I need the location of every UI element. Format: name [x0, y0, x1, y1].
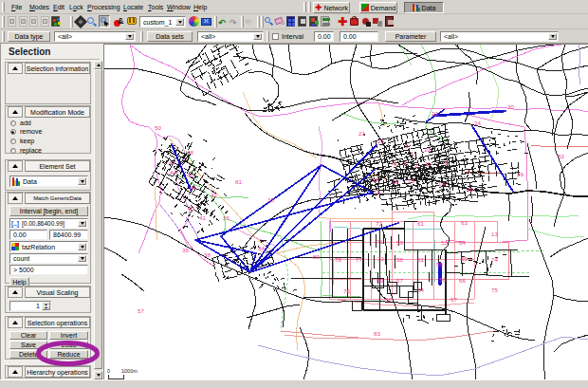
- svg-text:65: 65: [461, 255, 468, 262]
- svg-text:36: 36: [223, 214, 230, 221]
- svg-text:76: 76: [343, 287, 350, 294]
- svg-text:1000m: 1000m: [121, 368, 138, 374]
- svg-text:3: 3: [403, 159, 407, 166]
- svg-text:29: 29: [517, 171, 524, 177]
- svg-text:67: 67: [450, 296, 457, 303]
- svg-text:16: 16: [392, 178, 398, 185]
- svg-text:5: 5: [405, 142, 409, 149]
- svg-text:44: 44: [170, 169, 176, 176]
- svg-text:70: 70: [377, 255, 384, 262]
- svg-text:1: 1: [411, 150, 414, 157]
- svg-text:74: 74: [491, 256, 498, 263]
- svg-text:30: 30: [507, 103, 514, 110]
- svg-text:45: 45: [187, 172, 193, 178]
- svg-text:38: 38: [204, 251, 211, 258]
- svg-text:72: 72: [376, 220, 382, 227]
- svg-text:15: 15: [408, 177, 414, 184]
- svg-text:47: 47: [169, 159, 175, 166]
- svg-text:63: 63: [461, 219, 468, 226]
- svg-text:82: 82: [558, 153, 564, 159]
- svg-text:39: 39: [182, 247, 189, 253]
- svg-text:24: 24: [474, 120, 481, 126]
- svg-text:22: 22: [432, 110, 438, 117]
- svg-text:8: 8: [445, 159, 449, 166]
- svg-text:23: 23: [377, 138, 384, 144]
- svg-text:0: 0: [107, 368, 110, 374]
- svg-text:13: 13: [491, 231, 498, 237]
- svg-text:75: 75: [491, 286, 498, 293]
- svg-text:83: 83: [374, 330, 380, 337]
- svg-text:14: 14: [438, 180, 445, 187]
- svg-text:33: 33: [267, 196, 274, 203]
- svg-text:11: 11: [425, 160, 432, 167]
- svg-text:10: 10: [424, 146, 431, 153]
- svg-text:64: 64: [459, 239, 466, 246]
- svg-text:61: 61: [417, 220, 424, 227]
- svg-text:42: 42: [211, 192, 217, 198]
- svg-text:48: 48: [187, 149, 193, 156]
- svg-text:50: 50: [155, 124, 161, 131]
- svg-text:66: 66: [459, 277, 466, 284]
- svg-text:81: 81: [235, 178, 242, 185]
- svg-text:68: 68: [385, 296, 392, 303]
- svg-text:77: 77: [356, 256, 362, 263]
- svg-text:43: 43: [188, 205, 194, 212]
- svg-text:78: 78: [335, 256, 341, 263]
- svg-text:2: 2: [414, 162, 418, 169]
- svg-text:4: 4: [393, 160, 396, 167]
- svg-text:51: 51: [417, 256, 424, 263]
- svg-text:71: 71: [377, 238, 383, 245]
- svg-text:58: 58: [396, 256, 403, 263]
- svg-text:34: 34: [258, 245, 265, 251]
- svg-text:53: 53: [441, 239, 448, 246]
- svg-text:57: 57: [138, 307, 144, 314]
- svg-text:56: 56: [439, 276, 446, 283]
- svg-text:19: 19: [374, 189, 380, 195]
- svg-text:21: 21: [358, 130, 365, 137]
- svg-text:46: 46: [190, 184, 196, 191]
- svg-text:59: 59: [396, 239, 403, 246]
- svg-text:20: 20: [467, 186, 473, 193]
- svg-text:57: 57: [396, 277, 403, 284]
- svg-text:80: 80: [313, 253, 320, 260]
- svg-text:41: 41: [199, 214, 206, 221]
- svg-text:55: 55: [436, 261, 443, 268]
- svg-text:54: 54: [417, 286, 424, 293]
- svg-text:69: 69: [377, 277, 383, 284]
- svg-text:18: 18: [372, 176, 378, 183]
